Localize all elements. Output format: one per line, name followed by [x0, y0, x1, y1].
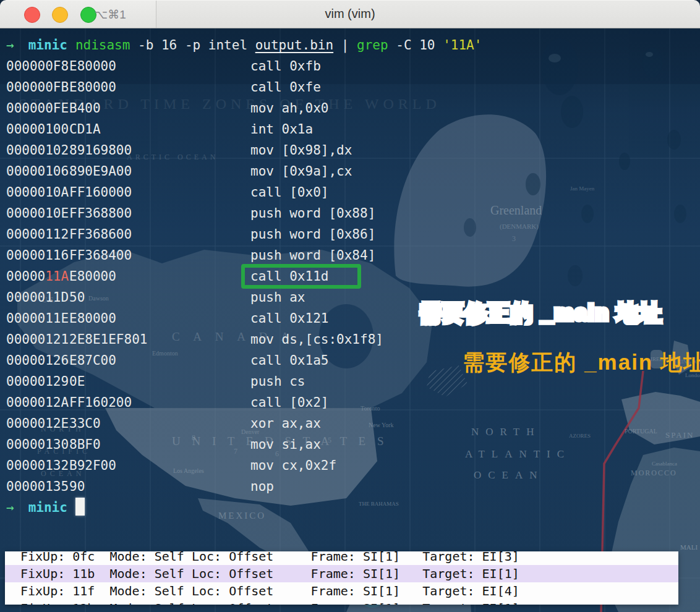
disasm-address: 0000012E: [6, 413, 69, 434]
fixup-overlay-panel: FixUp: 0fc Mode: Self Loc: Offset Frame:…: [5, 551, 678, 605]
shell-prompt-line: →minicndisasm -b 16 -p intel output.bin …: [0, 35, 700, 56]
disasm-instruction: call 0x121: [250, 308, 328, 329]
disasm-row: 000001308BF0mov si,ax: [0, 434, 700, 455]
terminal-cursor: [75, 498, 85, 516]
shell-prompt-line-2[interactable]: →minic: [0, 497, 700, 518]
disasm-instruction: mov ds,[cs:0x1f8]: [250, 329, 383, 350]
disasm-instruction: call 0xfe: [250, 77, 321, 98]
disasm-bytes: 90: [69, 476, 85, 497]
disasm-bytes: 0E: [69, 371, 85, 392]
disasm-row: 000000FBE80000call 0xfe: [0, 77, 700, 98]
disasm-instruction: call [0x0]: [250, 182, 328, 203]
disasm-address: 00000132: [6, 455, 69, 476]
disasm-instruction: push ax: [250, 287, 305, 308]
disasm-address: 0000012A: [6, 392, 69, 413]
disasm-row: 00000132B92F00mov cx,0x2f: [0, 455, 700, 476]
disasm-address: 0000010A: [6, 182, 69, 203]
command-pipe: |: [333, 38, 357, 53]
fixup-line-clipped: FixUp: 12b Mode: Self Loc: Offset Frame:…: [5, 600, 678, 605]
command-grep-args: -C 10: [388, 38, 443, 53]
fixup-line: FixUp: 0fc Mode: Self Loc: Offset Frame:…: [5, 551, 678, 565]
disasm-instruction: int 0x1a: [250, 119, 313, 140]
disasm-bytes: 8BF0: [69, 434, 101, 455]
disasm-address: 000000FB: [6, 77, 69, 98]
disasm-instruction: mov ah,0x0: [250, 98, 328, 119]
disasm-address: 0000011D: [6, 287, 69, 308]
disasm-address: 000000FE: [6, 98, 69, 119]
disasm-bytes: FF160000: [69, 182, 132, 203]
disasm-instruction: nop: [250, 476, 274, 497]
disasm-bytes: 50: [69, 287, 85, 308]
window-title: vim (vim): [0, 7, 700, 21]
disasm-instruction: mov cx,0x2f: [250, 455, 336, 476]
disasm-row: 0000010AFF160000call [0x0]: [0, 182, 700, 203]
disasm-row-match: 0000011A E80000 call 0x11d: [0, 266, 700, 287]
disasm-bytes: 33C0: [69, 413, 101, 434]
disasm-bytes: FF160200: [69, 392, 132, 413]
fixup-line-highlighted: FixUp: 11b Mode: Self Loc: Offset Frame:…: [5, 565, 678, 582]
disasm-bytes: FF368800: [69, 203, 132, 224]
disasm-instruction: push cs: [250, 371, 305, 392]
disasm-row: 0000010EFF368800push word [0x88]: [0, 203, 700, 224]
disasm-bytes: E80000: [69, 56, 116, 77]
command-args: -b 16 -p intel: [130, 38, 255, 53]
disasm-bytes: CD1A: [69, 119, 101, 140]
prompt-host: minic: [28, 500, 67, 515]
disasm-address: 0000011E: [6, 308, 69, 329]
disasm-instruction: mov [0x9a],cx: [250, 161, 352, 182]
annotation-outline: 需要修正的 _main 地址: [419, 299, 663, 328]
disasm-bytes: E80000: [69, 266, 116, 287]
disasm-instruction: push word [0x86]: [250, 224, 375, 245]
prompt-host: minic: [28, 38, 67, 53]
disasm-address: 00000130: [6, 434, 69, 455]
terminal-screen[interactable]: STANDARD TIME ZONES OF THE WORLD ARCTIC …: [0, 28, 700, 612]
disasm-address: 00000129: [6, 371, 69, 392]
annotation-main-address: 需要修正的 _main 地址 需要修正的 _main 地址: [419, 299, 700, 402]
disasm-row: 00000100CD1Aint 0x1a: [0, 119, 700, 140]
terminal-window: ⌥⌘1 vim (vim): [0, 0, 700, 612]
disasm-instruction: push word [0x84]: [250, 245, 375, 266]
disasm-address: 0000010E: [6, 203, 69, 224]
disasm-instruction: push word [0x88]: [250, 203, 375, 224]
disasm-address: 00000100: [6, 119, 69, 140]
window-titlebar: ⌥⌘1 vim (vim): [0, 0, 700, 28]
disasm-row: 00000116FF368400push word [0x84]: [0, 245, 700, 266]
disasm-row: 000000FEB400mov ah,0x0: [0, 98, 700, 119]
disasm-row: 000000F8E80000call 0xfb: [0, 56, 700, 77]
disasm-bytes: FF368600: [69, 224, 132, 245]
disasm-address: 00000112: [6, 224, 69, 245]
disasm-instruction: xor ax,ax: [250, 413, 321, 434]
disasm-row: 0000013590nop: [0, 476, 700, 497]
prompt-arrow-icon: →: [6, 500, 14, 515]
disasm-address: 00000106: [6, 161, 69, 182]
disasm-row: 0000012E33C0xor ax,ax: [0, 413, 700, 434]
disasm-address: 00000126: [6, 350, 69, 371]
disasm-row: 0000010289169800mov [0x98],dx: [0, 140, 700, 161]
command-grep: grep: [357, 38, 388, 53]
address-grep-match: 11A: [45, 269, 69, 284]
command-file: output.bin: [255, 38, 333, 53]
prompt-arrow-icon: →: [6, 38, 14, 53]
disasm-bytes: 2E8E1EF801: [69, 329, 147, 350]
disasm-address: 00000102: [6, 140, 69, 161]
command-pattern: '11A': [443, 38, 482, 53]
fixup-line: FixUp: 11f Mode: Self Loc: Offset Frame:…: [5, 582, 678, 600]
disasm-bytes: E80000: [69, 77, 116, 98]
disasm-address: 0000011A: [6, 266, 69, 287]
disasm-row: 00000106890E9A00mov [0x9a],cx: [0, 161, 700, 182]
disasm-address: 00000135: [6, 476, 69, 497]
disasm-bytes: 89169800: [69, 140, 132, 161]
disasm-instruction: call [0x2]: [250, 392, 328, 413]
disasm-instruction: mov [0x98],dx: [250, 140, 352, 161]
disasm-bytes: FF368400: [69, 245, 132, 266]
disasm-bytes: B92F00: [69, 455, 116, 476]
disasm-bytes: B400: [69, 98, 101, 119]
disasm-row: 00000112FF368600push word [0x86]: [0, 224, 700, 245]
disasm-bytes: E80000: [69, 308, 116, 329]
disasm-bytes: 890E9A00: [69, 161, 132, 182]
disasm-bytes: E87C00: [69, 350, 116, 371]
disasm-instruction: mov si,ax: [250, 434, 321, 455]
disasm-address: 00000116: [6, 245, 69, 266]
disasm-address: 00000121: [6, 329, 69, 350]
disasm-instruction: call 0xfb: [250, 56, 321, 77]
